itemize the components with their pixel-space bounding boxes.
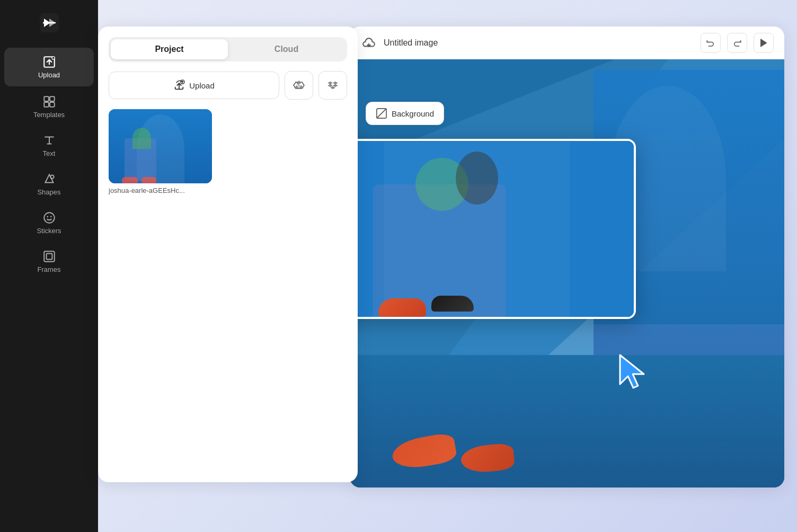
redo-icon [732,38,742,48]
google-drive-button[interactable] [285,71,313,100]
svg-rect-6 [44,102,49,107]
canvas-toolbar: Untitled image [350,26,784,59]
cloud-save-icon[interactable] [360,34,377,51]
canvas-area: Untitled image [350,26,784,487]
file-grid: joshua-earle-aGEEsHc... [109,109,347,194]
google-drive-icon [293,79,305,92]
upload-row: Upload [109,71,347,100]
background-icon [376,108,387,119]
sidebar-item-templates[interactable]: Templates [0,87,98,126]
sidebar-item-text[interactable]: Text [0,126,98,165]
svg-point-9 [44,212,55,223]
svg-point-8 [50,175,54,179]
sidebar: Upload Templates Text Shapes [0,0,98,532]
sidebar-item-upload[interactable]: Upload [4,48,94,86]
background-button[interactable]: Background [366,102,444,125]
background-button-label: Background [392,109,434,118]
export-button[interactable] [754,33,774,53]
app-logo [36,10,63,36]
file-item[interactable]: joshua-earle-aGEEsHc... [109,109,212,194]
file-panel: Project Cloud Upload [98,26,358,482]
svg-rect-12 [44,251,55,262]
sidebar-item-templates-label: Templates [33,111,65,119]
sidebar-item-shapes[interactable]: Shapes [0,165,98,203]
svg-marker-23 [620,355,644,388]
undo-button[interactable] [701,33,721,53]
canvas-title: Untitled image [384,38,694,48]
sidebar-item-stickers[interactable]: Stickers [0,203,98,242]
svg-rect-13 [46,254,52,260]
tab-bar: Project Cloud [109,37,347,61]
sidebar-item-frames-label: Frames [37,265,60,273]
upload-button-label: Upload [189,81,215,90]
upload-icon [173,79,185,91]
dropbox-icon [326,79,339,92]
sidebar-item-text-label: Text [43,149,56,157]
svg-rect-7 [50,102,55,107]
svg-rect-4 [44,96,49,101]
undo-icon [706,38,715,48]
svg-rect-5 [50,96,55,101]
dropbox-button[interactable] [318,71,347,100]
file-thumbnail [109,109,212,183]
sidebar-item-shapes-label: Shapes [37,188,60,196]
export-icon [759,38,768,48]
sidebar-item-stickers-label: Stickers [37,227,61,235]
upload-button[interactable]: Upload [109,72,279,99]
sidebar-item-upload-label: Upload [38,71,60,79]
sidebar-item-frames[interactable]: Frames [0,242,98,281]
svg-marker-16 [761,39,767,47]
cursor-arrow [615,350,657,392]
svg-line-22 [377,109,386,118]
selected-image-card[interactable] [350,139,636,319]
tab-project[interactable]: Project [111,39,228,59]
file-name: joshua-earle-aGEEsHc... [109,187,212,194]
redo-button[interactable] [727,33,747,53]
canvas-image-area: Background [350,59,784,487]
tab-cloud[interactable]: Cloud [228,39,345,59]
